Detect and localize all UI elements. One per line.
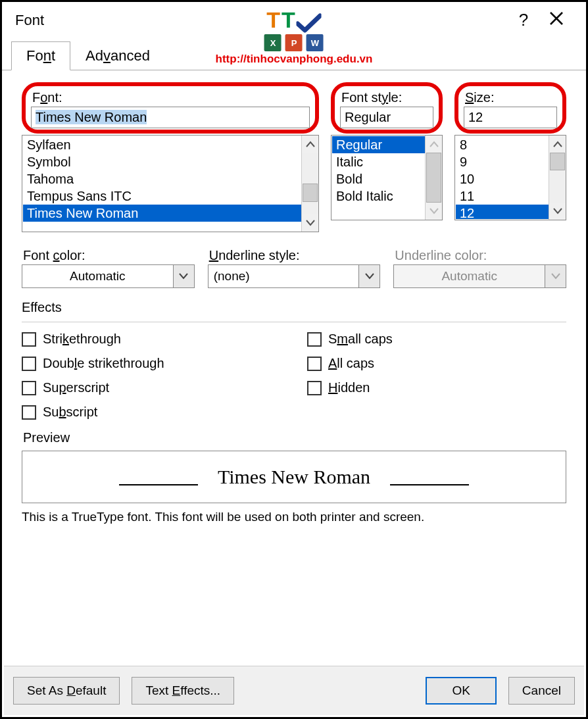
checkbox-hidden[interactable]: Hidden [307,380,566,395]
list-item[interactable]: Bold [332,170,425,187]
list-item[interactable]: 11 [456,187,549,205]
text-effects-button[interactable]: Text Effects... [132,677,234,705]
preview-group: Preview Times New Roman This is a TrueTy… [22,429,566,524]
chevron-down-icon [358,265,380,287]
list-item[interactable]: 12 [456,205,549,219]
checkbox-all-caps[interactable]: All caps [307,356,566,371]
preview-text: Times New Roman [218,466,370,488]
preview-legend: Preview [22,429,566,447]
fontcolor-combo[interactable]: Automatic [22,264,195,288]
preview-line [390,484,469,485]
ok-button[interactable]: OK [426,677,496,705]
fontstyle-label: Font style: [340,89,433,107]
underlinestyle-group: Underline style: (none) [208,247,381,288]
tab-advanced[interactable]: Advanced [70,41,165,70]
tab-font[interactable]: Font [11,41,70,70]
list-item[interactable]: 8 [456,136,549,153]
font-group: Font: Times New Roman Sylfaen Symbol Tah… [22,82,319,232]
size-group: Size: 12 8 9 10 11 12 [454,82,566,232]
list-item[interactable]: Times New Roman [23,205,301,222]
scroll-down-icon[interactable] [549,203,566,220]
dialog-content: Font: Times New Roman Sylfaen Symbol Tah… [2,70,586,531]
tab-bar: Font Advanced [2,41,586,70]
fontstyle-input[interactable]: Regular [340,107,433,128]
preview-note: This is a TrueType font. This font will … [22,510,566,524]
list-item[interactable]: Italic [332,153,425,170]
underlinecolor-group: Underline color: Automatic [393,247,566,288]
fontstyle-group: Font style: Regular Regular Italic Bold … [331,82,443,232]
list-item[interactable]: Symbol [23,153,301,170]
close-button[interactable] [540,10,573,30]
highlight-style: Font style: Regular [331,82,443,134]
checkbox-strikethrough[interactable]: Strikethrough [22,332,281,347]
checkbox-small-caps[interactable]: Small caps [307,332,566,347]
preview-line [119,484,198,485]
list-item[interactable]: Sylfaen [23,136,301,153]
scroll-down-icon[interactable] [302,214,318,232]
list-item[interactable]: 9 [456,153,549,170]
list-item[interactable]: 10 [456,170,549,187]
help-button[interactable]: ? [507,10,540,30]
cancel-button[interactable]: Cancel [508,677,575,705]
checkbox-double-strikethrough[interactable]: Double strikethrough [22,356,281,371]
set-as-default-button[interactable]: Set As Default [13,677,120,705]
size-label: Size: [464,89,557,107]
fontcolor-label: Font color: [22,247,195,264]
checkbox-subscript[interactable]: Subscript [22,405,281,420]
font-input[interactable]: Times New Roman [31,107,310,128]
close-icon [549,11,564,26]
underlinecolor-combo: Automatic [393,264,566,288]
list-item[interactable]: Tempus Sans ITC [23,187,301,205]
scroll-up-icon[interactable] [426,136,442,153]
underlinestyle-label: Underline style: [208,247,381,264]
font-listbox[interactable]: Sylfaen Symbol Tahoma Tempus Sans ITC Ti… [22,135,319,232]
fontstyle-listbox[interactable]: Regular Italic Bold Bold Italic [331,135,443,220]
scroll-down-icon[interactable] [426,203,442,220]
font-label: Font: [31,89,310,107]
chevron-down-icon [173,265,194,287]
effects-legend: Effects [22,300,62,315]
underlinestyle-combo[interactable]: (none) [208,264,381,288]
scrollbar[interactable] [301,136,318,232]
list-item[interactable]: Bold Italic [332,187,425,205]
effects-group: Effects Strikethrough Double strikethrou… [22,300,566,420]
dialog-title: Font [15,12,507,29]
scrollbar[interactable] [549,136,566,220]
scroll-up-icon[interactable] [549,136,566,153]
highlight-size: Size: 12 [454,82,566,134]
fontcolor-group: Font color: Automatic [22,247,195,288]
scrollbar[interactable] [425,136,442,220]
highlight-font: Font: Times New Roman [22,82,319,134]
list-item[interactable]: Tahoma [23,170,301,187]
scroll-up-icon[interactable] [302,136,318,153]
chevron-down-icon [545,265,566,287]
list-item[interactable]: Regular [332,136,425,153]
preview-box: Times New Roman [22,451,566,503]
underlinecolor-label: Underline color: [393,247,566,264]
size-listbox[interactable]: 8 9 10 11 12 [454,135,566,220]
checkbox-superscript[interactable]: Superscript [22,380,281,395]
titlebar: Font ? [2,2,586,38]
button-bar: Set As Default Text Effects... OK Cancel [4,666,584,715]
size-input[interactable]: 12 [464,107,557,128]
